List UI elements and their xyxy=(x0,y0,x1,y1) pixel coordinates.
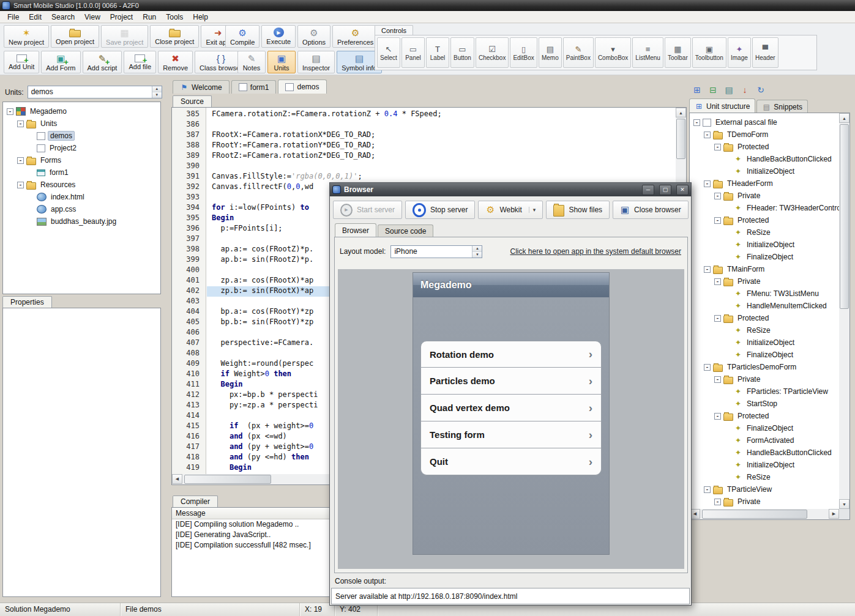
add-form-button[interactable]: ▣Add Form xyxy=(41,51,80,73)
tree-item-protected[interactable]: -Protected xyxy=(690,312,839,324)
tree-item-project2[interactable]: Project2 xyxy=(3,142,160,154)
spin-up-icon[interactable]: ▲ xyxy=(152,86,162,92)
close-button[interactable]: ✕ xyxy=(676,185,689,195)
tree-toggle[interactable]: - xyxy=(17,121,24,127)
units-combobox[interactable]: demos ▲▼ xyxy=(28,86,162,98)
tree-item-fmenu-tw3listmenu[interactable]: ✦FMenu: TW3ListMenu xyxy=(690,288,839,300)
phone-menu-item-testing-form[interactable]: Testing form› xyxy=(420,421,602,448)
spin-up-icon[interactable]: ▲ xyxy=(472,246,482,252)
tree-item-initializeobject[interactable]: ✦InitializeObject xyxy=(690,459,839,471)
tree-item-handlebackbuttonclicked[interactable]: ✦HandleBackButtonClicked xyxy=(690,447,839,459)
tree-toggle[interactable]: - xyxy=(17,182,24,188)
menu-edit[interactable]: Edit xyxy=(24,11,47,23)
tree-toggle[interactable]: - xyxy=(714,278,721,285)
editbox-button[interactable]: ▯EditBox xyxy=(510,37,537,68)
menu-help[interactable]: Help xyxy=(188,11,213,23)
scroll-right-arrow-icon[interactable]: ▶ xyxy=(829,509,839,519)
tree-item-form1[interactable]: form1 xyxy=(3,166,160,179)
scroll-track[interactable] xyxy=(700,509,829,519)
combobox-button[interactable]: ▾ComboBox xyxy=(595,37,631,68)
scroll-thumb[interactable] xyxy=(702,510,807,519)
phone-menu-item-particles-demo[interactable]: Particles demo› xyxy=(420,368,602,395)
combobox-spinner[interactable]: ▲▼ xyxy=(472,246,482,258)
select-button[interactable]: ↖Select xyxy=(377,37,400,68)
tree-toggle[interactable]: - xyxy=(7,108,13,115)
image-button[interactable]: ✦Image xyxy=(728,37,751,68)
tree-item-formactivated[interactable]: ✦FormActivated xyxy=(690,434,839,447)
tree-item-finalizeobject[interactable]: ✦FinalizeObject xyxy=(690,251,839,263)
tree-item-tparticleview[interactable]: -TParticleView xyxy=(690,483,839,495)
spin-down-icon[interactable]: ▼ xyxy=(152,92,162,98)
tree-item-resize[interactable]: ✦ReSize xyxy=(690,324,839,336)
menu-project[interactable]: Project xyxy=(105,11,138,23)
menu-run[interactable]: Run xyxy=(138,11,161,23)
layout-model-combobox[interactable]: iPhone ▲▼ xyxy=(390,245,482,258)
menu-search[interactable]: Search xyxy=(47,11,80,23)
open-project-button[interactable]: Open project xyxy=(51,25,99,48)
notes-button[interactable]: ✎Notes xyxy=(237,51,266,73)
tree-item-initializeobject[interactable]: ✦InitializeObject xyxy=(690,336,839,349)
tree-item-tdemoform[interactable]: -TDemoForm xyxy=(690,128,839,141)
tree-toggle[interactable]: - xyxy=(704,132,711,138)
tree-item-initializeobject[interactable]: ✦InitializeObject xyxy=(690,165,839,177)
tree-toggle[interactable]: - xyxy=(17,157,24,164)
phone-menu-item-quit[interactable]: Quit› xyxy=(420,448,602,475)
tree-toggle[interactable]: - xyxy=(704,266,711,273)
stop-server-button[interactable]: Stop server xyxy=(405,201,475,219)
checkbox-button[interactable]: ☑Checkbox xyxy=(476,37,509,68)
tree-item-index-html[interactable]: index.html xyxy=(3,191,160,203)
tree-toggle[interactable]: - xyxy=(704,364,711,371)
phone-menu-item-quad-vertex-demo[interactable]: Quad vertex demo› xyxy=(420,395,602,421)
add-unit-button[interactable]: Add Unit xyxy=(4,51,39,73)
tree-item-megademo[interactable]: -Megademo xyxy=(3,105,160,117)
open-in-default-browser-link[interactable]: Click here to open app in the system def… xyxy=(510,247,681,256)
new-project-button[interactable]: ✶New project xyxy=(4,25,49,48)
scroll-left-arrow-icon[interactable]: ◀ xyxy=(172,474,182,484)
tree-item-private[interactable]: -Private xyxy=(690,373,839,385)
tree-toggle[interactable]: - xyxy=(714,193,721,199)
tree-item-protected[interactable]: -Protected xyxy=(690,410,839,422)
tree-item-external-pascal-file[interactable]: -External pascal file xyxy=(690,116,839,128)
tab-form1[interactable]: form1 xyxy=(231,80,277,94)
tree-item-fparticles-tparticleview[interactable]: ✦FParticles: TParticleView xyxy=(690,385,839,398)
tree-item-private[interactable]: -Private xyxy=(690,495,839,508)
class-view-button[interactable]: ⊟ xyxy=(706,83,720,96)
tree-item-private[interactable]: -Private xyxy=(690,275,839,288)
minimize-button[interactable]: ─ xyxy=(642,185,654,195)
menu-file[interactable]: File xyxy=(2,11,24,23)
compiler-tab[interactable]: Compiler xyxy=(173,495,218,507)
tree-item-theaderform[interactable]: -THeaderForm xyxy=(690,177,839,190)
panel-button[interactable]: ▭Panel xyxy=(401,37,425,68)
tree-item-protected[interactable]: -Protected xyxy=(690,141,839,153)
save-project-button[interactable]: ▦Save project xyxy=(101,25,148,48)
listmenu-button[interactable]: ≡ListMenu xyxy=(632,37,663,68)
tree-item-resize[interactable]: ✦ReSize xyxy=(690,471,839,483)
start-server-button[interactable]: Start server xyxy=(333,201,402,219)
tree-item-protected[interactable]: -Protected xyxy=(690,214,839,226)
layers-button[interactable]: ▤ xyxy=(722,83,736,96)
units-button[interactable]: ▣Units xyxy=(267,51,296,73)
memo-button[interactable]: ▤Memo xyxy=(539,37,562,68)
tab-unit-structure[interactable]: ⊞ Unit structure xyxy=(689,98,755,113)
tab-browser[interactable]: Browser xyxy=(335,223,376,237)
scroll-up-arrow-icon[interactable]: ▲ xyxy=(839,113,849,123)
toolbutton-button[interactable]: ▣Toolbutton xyxy=(692,37,726,68)
tab-demos[interactable]: demos xyxy=(278,80,326,94)
tree-item-tmainform[interactable]: -TMainForm xyxy=(690,263,839,275)
tree-item-fheader-tw3headercontro[interactable]: ✦FHeader: TW3HeaderContro xyxy=(690,202,839,214)
scroll-thumb[interactable] xyxy=(184,475,271,484)
phone-menu-item-rotation-demo[interactable]: Rotation demo› xyxy=(420,341,602,368)
preferences-button[interactable]: ⚙Preferences xyxy=(332,25,378,48)
tree-item-resize[interactable]: ✦ReSize xyxy=(690,226,839,239)
options-button[interactable]: ⚙Options xyxy=(297,25,330,48)
tree-toggle[interactable]: - xyxy=(714,217,721,224)
header-button[interactable]: ▀Header xyxy=(752,37,778,68)
tree-item-finalizeobject[interactable]: ✦FinalizeObject xyxy=(690,422,839,434)
scroll-down-arrow-icon[interactable]: ▼ xyxy=(839,499,849,509)
tab-snippets[interactable]: ▤ Snippets xyxy=(756,100,808,113)
tree-toggle[interactable]: - xyxy=(693,119,700,126)
tab-source-code[interactable]: Source code xyxy=(378,225,433,237)
tree-toggle[interactable]: - xyxy=(714,144,721,150)
toolbar-button[interactable]: ▦Toolbar xyxy=(665,37,691,68)
close-project-button[interactable]: Close project xyxy=(150,25,199,48)
